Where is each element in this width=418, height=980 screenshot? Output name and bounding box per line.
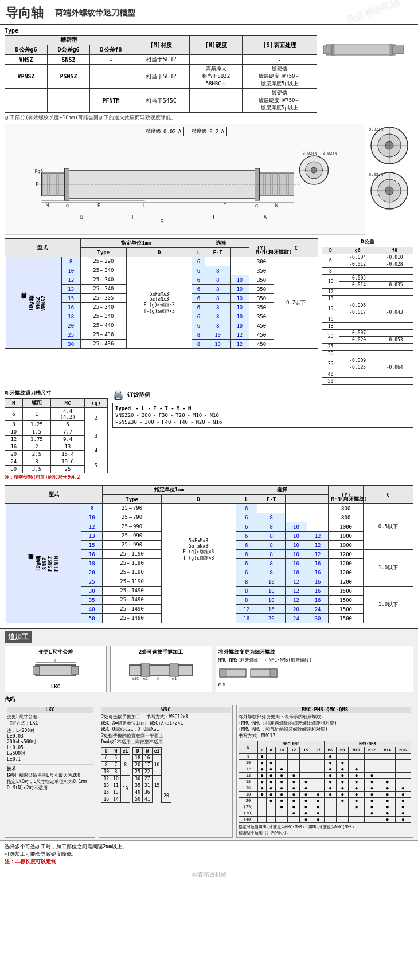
mn-20-8[interactable]: 8 xyxy=(205,321,230,330)
mn-13-10[interactable]: 10 xyxy=(230,285,249,294)
std-mn-13-8[interactable]: 8 xyxy=(257,532,286,541)
std-mn-50-16[interactable]: 16 xyxy=(236,614,257,623)
d-13[interactable]: 13 xyxy=(61,285,80,294)
mn-18-10[interactable]: 10 xyxy=(230,312,249,321)
std-mn-25-10[interactable]: 10 xyxy=(257,577,286,587)
std-d-8[interactable]: 8 xyxy=(81,504,103,513)
std-d-25[interactable]: 25 xyxy=(81,577,103,587)
std-mn-40-12[interactable]: 12 xyxy=(236,605,257,614)
mn-12-6[interactable]: 6 xyxy=(192,275,205,285)
std-d-13[interactable]: 13 xyxy=(81,532,103,541)
std-mn-35-10[interactable]: 10 xyxy=(257,596,286,605)
std-mn-30-10[interactable]: 10 xyxy=(257,587,286,596)
std-mn-30-16[interactable]: 16 xyxy=(307,587,329,596)
std-d-35[interactable]: 35 xyxy=(81,596,103,605)
mn-15-8[interactable]: 8 xyxy=(205,294,230,303)
d-8[interactable]: 8 xyxy=(61,257,80,266)
pmc-mms-m12: M12 xyxy=(364,747,380,754)
std-d-30[interactable]: 30 xyxy=(81,587,103,596)
standard-selection-table: 型式 指定单位1mm 选择 (Y) C Type D L F·T M·N(粗牙螺… xyxy=(5,485,413,623)
mn-25-10[interactable]: 10 xyxy=(205,330,230,340)
d-30[interactable]: 30 xyxy=(61,340,80,349)
std-mn-40-20[interactable]: 20 xyxy=(286,605,307,614)
mn-16-10[interactable]: 10 xyxy=(230,303,249,312)
std-mn-50-24[interactable]: 24 xyxy=(286,614,307,623)
mn-8-6[interactable]: 6 xyxy=(192,257,205,266)
std-mn-16-6[interactable]: 6 xyxy=(236,550,257,559)
std-mn-35-12[interactable]: 12 xyxy=(286,596,307,605)
std-mn-16-12[interactable]: 12 xyxy=(307,550,329,559)
d-18[interactable]: 18 xyxy=(61,312,80,321)
mn-16-6[interactable]: 6 xyxy=(192,303,205,312)
std-d-50[interactable]: 50 xyxy=(81,614,103,623)
wsc-title: 2处可选拔手握加工 xyxy=(113,648,209,656)
std-mn-16-10[interactable]: 10 xyxy=(286,550,307,559)
std-mn-30-8[interactable]: 8 xyxy=(236,587,257,596)
mn-13-6[interactable]: 6 xyxy=(192,285,205,294)
std-mn-13-10[interactable]: 10 xyxy=(286,532,307,541)
d-10[interactable]: 10 xyxy=(61,266,80,275)
std-d-15[interactable]: 15 xyxy=(81,541,103,550)
std-mn-25-16[interactable]: 16 xyxy=(307,577,329,587)
mn-15-10[interactable]: 10 xyxy=(230,294,249,303)
mn-30-8[interactable]: 8 xyxy=(192,340,205,349)
std-mn-25-8[interactable]: 8 xyxy=(236,577,257,587)
std-mn-18-10[interactable]: 10 xyxy=(286,559,307,568)
std-mn-30-12[interactable]: 12 xyxy=(286,587,307,596)
std-mn-15-8[interactable]: 8 xyxy=(257,541,286,550)
mn-25-8[interactable]: 8 xyxy=(192,330,205,340)
std-mn-50-30[interactable]: 30 xyxy=(307,614,329,623)
std-d-20[interactable]: 20 xyxy=(81,568,103,577)
std-d-40[interactable]: 40 xyxy=(81,605,103,614)
std-d-10[interactable]: 10 xyxy=(81,513,103,522)
mn-18-8[interactable]: 8 xyxy=(205,312,230,321)
std-d-12[interactable]: 12 xyxy=(81,522,103,532)
std-mn-20-10[interactable]: 10 xyxy=(286,568,307,577)
std-mn-12-6[interactable]: 6 xyxy=(236,522,257,532)
d-25[interactable]: 25 xyxy=(61,330,80,340)
std-mn-18-16[interactable]: 16 xyxy=(307,559,329,568)
mn-30-12[interactable]: 12 xyxy=(230,340,249,349)
std-mn-12-8[interactable]: 8 xyxy=(257,522,286,532)
std-mn-15-12[interactable]: 12 xyxy=(307,541,329,550)
mn-12-8[interactable]: 8 xyxy=(205,275,230,285)
d-16[interactable]: 16 xyxy=(61,303,80,312)
mn-20-6[interactable]: 6 xyxy=(192,321,205,330)
std-mn-10-8[interactable]: 8 xyxy=(257,513,286,522)
pmc-mms-m8: M8 xyxy=(337,747,349,754)
std-mn-18-6[interactable]: 6 xyxy=(236,559,257,568)
mn-12-10[interactable]: 10 xyxy=(230,275,249,285)
std-mn-20-8[interactable]: 8 xyxy=(257,568,286,577)
std-mn-20-16[interactable]: 16 xyxy=(307,568,329,577)
std-mn-25-12[interactable]: 12 xyxy=(286,577,307,587)
std-mn-10-6[interactable]: 6 xyxy=(236,513,257,522)
std-mn-18-8[interactable]: 8 xyxy=(257,559,286,568)
std-mn-15-6[interactable]: 6 xyxy=(236,541,257,550)
d-12[interactable]: 12 xyxy=(61,275,80,285)
std-d-16[interactable]: 16 xyxy=(81,550,103,559)
std-mn-40-16[interactable]: 16 xyxy=(257,605,286,614)
mn-15-6[interactable]: 6 xyxy=(192,294,205,303)
std-mn-8-6[interactable]: 6 xyxy=(236,504,257,513)
std-mn-35-8[interactable]: 8 xyxy=(236,596,257,605)
mn-10-8[interactable]: 8 xyxy=(205,266,230,275)
mn-20-10[interactable]: 10 xyxy=(230,321,249,330)
d-20[interactable]: 20 xyxy=(61,321,80,330)
mn-30-10[interactable]: 10 xyxy=(205,340,230,349)
std-mn-16-8[interactable]: 8 xyxy=(257,550,286,559)
mn-18-6[interactable]: 6 xyxy=(192,312,205,321)
std-mn-15-10[interactable]: 10 xyxy=(286,541,307,550)
std-mn-13-12[interactable]: 12 xyxy=(307,532,329,541)
mn-16-8[interactable]: 8 xyxy=(205,303,230,312)
mn-10-6[interactable]: 6 xyxy=(192,266,205,275)
mn-13-8[interactable]: 8 xyxy=(205,285,230,294)
std-mn-50-20[interactable]: 20 xyxy=(257,614,286,623)
std-mn-20-6[interactable]: 6 xyxy=(236,568,257,577)
mn-25-12[interactable]: 12 xyxy=(230,330,249,340)
std-mn-35-16[interactable]: 16 xyxy=(307,596,329,605)
std-d-18[interactable]: 18 xyxy=(81,559,103,568)
std-mn-12-10[interactable]: 10 xyxy=(286,522,307,532)
std-mn-40-24[interactable]: 24 xyxy=(307,605,329,614)
std-mn-13-6[interactable]: 6 xyxy=(236,532,257,541)
d-15[interactable]: 15 xyxy=(61,294,80,303)
